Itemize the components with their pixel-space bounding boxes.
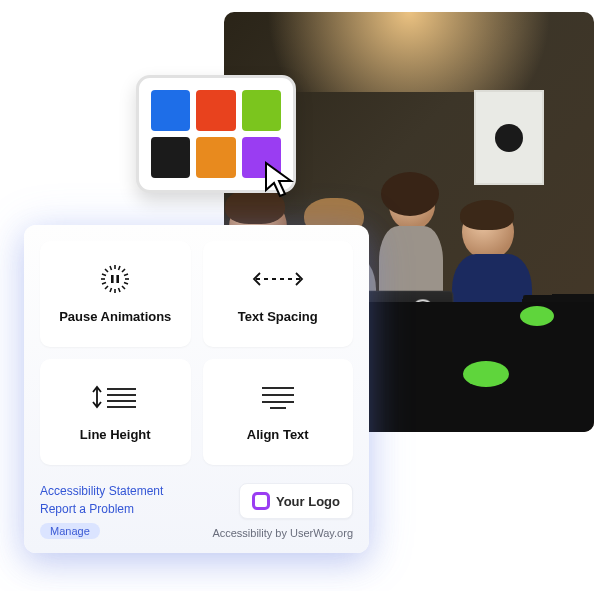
manage-button[interactable]: Manage (40, 523, 100, 539)
color-swatch-black[interactable] (151, 137, 190, 178)
svg-line-16 (124, 282, 128, 284)
your-logo-badge: Your Logo (239, 483, 353, 519)
svg-line-6 (122, 286, 125, 289)
svg-line-9 (110, 266, 112, 270)
tile-align-text[interactable]: Align Text (203, 359, 354, 465)
color-swatch-blue[interactable] (151, 90, 190, 131)
logo-label: Your Logo (276, 494, 340, 509)
tile-line-height[interactable]: Line Height (40, 359, 191, 465)
wall-poster (474, 90, 544, 185)
svg-line-7 (122, 269, 125, 272)
byline: Accessibility by UserWay.org (212, 527, 353, 539)
svg-line-10 (119, 266, 121, 270)
svg-line-8 (105, 286, 108, 289)
tile-text-spacing[interactable]: Text Spacing (203, 241, 354, 347)
svg-line-15 (124, 274, 128, 276)
align-text-icon (260, 383, 296, 411)
green-dot-1 (520, 306, 554, 326)
accessibility-widget: Pause Animations Text Spacing (24, 225, 369, 553)
svg-line-12 (119, 288, 121, 292)
svg-rect-18 (117, 275, 120, 283)
report-problem-link[interactable]: Report a Problem (40, 502, 134, 516)
tile-label: Text Spacing (238, 309, 318, 324)
text-spacing-icon (250, 265, 306, 293)
svg-marker-0 (266, 163, 291, 196)
color-swatch-orange[interactable] (196, 137, 235, 178)
tile-label: Align Text (247, 427, 309, 442)
accessibility-statement-link[interactable]: Accessibility Statement (40, 484, 163, 498)
green-dot-2 (463, 361, 509, 387)
svg-line-14 (102, 282, 106, 284)
tile-pause-animations[interactable]: Pause Animations (40, 241, 191, 347)
logo-icon (252, 492, 270, 510)
svg-line-5 (105, 269, 108, 272)
tile-label: Line Height (80, 427, 151, 442)
line-height-icon (90, 383, 140, 411)
tile-label: Pause Animations (59, 309, 171, 324)
color-swatch-red[interactable] (196, 90, 235, 131)
svg-line-11 (110, 288, 112, 292)
color-swatch-green[interactable] (242, 90, 281, 131)
cursor-icon (263, 160, 303, 200)
svg-line-13 (102, 274, 106, 276)
svg-rect-17 (111, 275, 114, 283)
pause-animation-icon (100, 265, 130, 293)
